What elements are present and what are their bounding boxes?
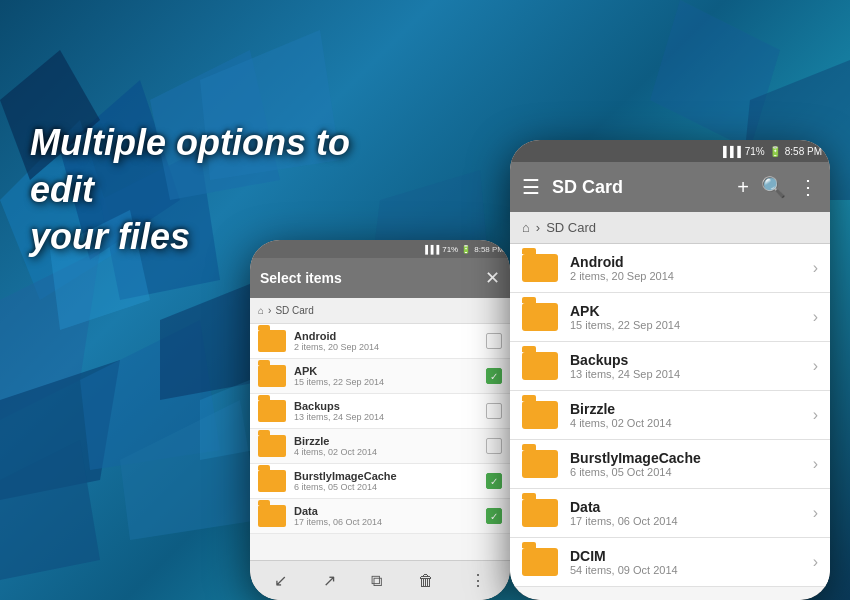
file-info-large: BurstlyImageCache 6 items, 05 Oct 2014 bbox=[570, 450, 801, 478]
delete-icon[interactable]: 🗑 bbox=[418, 572, 434, 590]
time-large: 8:58 PM bbox=[785, 146, 822, 157]
folder-icon-large bbox=[522, 548, 558, 576]
checkbox[interactable]: ✓ bbox=[486, 473, 502, 489]
list-item[interactable]: APK 15 items, 22 Sep 2014 › bbox=[510, 293, 830, 342]
file-info: Backups 13 items, 24 Sep 2014 bbox=[294, 400, 478, 422]
file-name-large: Android bbox=[570, 254, 801, 270]
phone-large-screen: ▐▐▐ 71% 🔋 8:58 PM ☰ SD Card + 🔍 ⋮ ⌂ › bbox=[510, 140, 830, 600]
phone-small: ▐▐▐ 71% 🔋 8:58 PM Select items ✕ ⌂ › SD … bbox=[250, 240, 510, 600]
more-icon[interactable]: ⋮ bbox=[798, 175, 818, 199]
list-item[interactable]: Birzzle 4 items, 02 Oct 2014 bbox=[250, 429, 510, 464]
add-icon[interactable]: + bbox=[737, 176, 749, 199]
file-info: APK 15 items, 22 Sep 2014 bbox=[294, 365, 478, 387]
phone-small-screen: ▐▐▐ 71% 🔋 8:58 PM Select items ✕ ⌂ › SD … bbox=[250, 240, 510, 600]
file-meta: 15 items, 22 Sep 2014 bbox=[294, 377, 478, 387]
list-item[interactable]: Birzzle 4 items, 02 Oct 2014 › bbox=[510, 391, 830, 440]
menu-icon[interactable]: ☰ bbox=[522, 175, 540, 199]
folder-icon bbox=[258, 365, 286, 387]
file-info-large: APK 15 items, 22 Sep 2014 bbox=[570, 303, 801, 331]
battery-percent-small: 71% bbox=[442, 245, 458, 254]
file-name: Android bbox=[294, 330, 478, 342]
file-name-large: Birzzle bbox=[570, 401, 801, 417]
file-info: Data 17 items, 06 Oct 2014 bbox=[294, 505, 478, 527]
more-icon[interactable]: ⋮ bbox=[470, 571, 486, 590]
file-meta-large: 17 items, 06 Oct 2014 bbox=[570, 515, 801, 527]
chevron-icon: › bbox=[813, 308, 818, 326]
breadcrumb-path-small[interactable]: SD Card bbox=[275, 305, 313, 316]
checkbox[interactable] bbox=[486, 403, 502, 419]
file-meta: 13 items, 24 Sep 2014 bbox=[294, 412, 478, 422]
folder-icon bbox=[258, 400, 286, 422]
folder-icon bbox=[258, 330, 286, 352]
home-icon-large[interactable]: ⌂ bbox=[522, 220, 530, 235]
close-button[interactable]: ✕ bbox=[485, 267, 500, 289]
file-name-large: Backups bbox=[570, 352, 801, 368]
status-bar-small: ▐▐▐ 71% 🔋 8:58 PM bbox=[250, 240, 510, 258]
breadcrumb-path-large[interactable]: SD Card bbox=[546, 220, 596, 235]
checkbox[interactable]: ✓ bbox=[486, 368, 502, 384]
chevron-icon: › bbox=[813, 455, 818, 473]
file-info: Birzzle 4 items, 02 Oct 2014 bbox=[294, 435, 478, 457]
list-item[interactable]: BurstlyImageCache 6 items, 05 Oct 2014 › bbox=[510, 440, 830, 489]
file-meta-large: 13 items, 24 Sep 2014 bbox=[570, 368, 801, 380]
file-name: BurstlyImageCache bbox=[294, 470, 478, 482]
list-item[interactable]: APK 15 items, 22 Sep 2014 ✓ bbox=[250, 359, 510, 394]
file-name-large: APK bbox=[570, 303, 801, 319]
headline-line1: Multiple options to edit bbox=[30, 120, 410, 214]
file-info-large: Birzzle 4 items, 02 Oct 2014 bbox=[570, 401, 801, 429]
home-icon-small[interactable]: ⌂ bbox=[258, 305, 264, 316]
list-item[interactable]: Backups 13 items, 24 Sep 2014 bbox=[250, 394, 510, 429]
chevron-icon: › bbox=[813, 259, 818, 277]
file-name-large: DCIM bbox=[570, 548, 801, 564]
file-name: Backups bbox=[294, 400, 478, 412]
file-name: Data bbox=[294, 505, 478, 517]
file-list-small: Android 2 items, 20 Sep 2014 APK 15 item… bbox=[250, 324, 510, 560]
file-name: APK bbox=[294, 365, 478, 377]
list-item[interactable]: Data 17 items, 06 Oct 2014 › bbox=[510, 489, 830, 538]
select-items-title: Select items bbox=[260, 270, 342, 286]
move-icon[interactable]: ↙ bbox=[274, 571, 287, 590]
breadcrumb-small: ⌂ › SD Card bbox=[250, 298, 510, 324]
chevron-large: › bbox=[536, 220, 540, 235]
folder-icon bbox=[258, 435, 286, 457]
phone-large: ▐▐▐ 71% 🔋 8:58 PM ☰ SD Card + 🔍 ⋮ ⌂ › bbox=[510, 140, 830, 600]
folder-icon-large bbox=[522, 352, 558, 380]
file-name-large: BurstlyImageCache bbox=[570, 450, 801, 466]
file-info-large: Android 2 items, 20 Sep 2014 bbox=[570, 254, 801, 282]
phone-large-body: ▐▐▐ 71% 🔋 8:58 PM ☰ SD Card + 🔍 ⋮ ⌂ › bbox=[510, 140, 830, 600]
list-item[interactable]: Backups 13 items, 24 Sep 2014 › bbox=[510, 342, 830, 391]
folder-icon-large bbox=[522, 401, 558, 429]
file-meta-large: 6 items, 05 Oct 2014 bbox=[570, 466, 801, 478]
checkbox[interactable] bbox=[486, 438, 502, 454]
file-meta: 6 items, 05 Oct 2014 bbox=[294, 482, 478, 492]
chevron-icon: › bbox=[813, 504, 818, 522]
search-icon[interactable]: 🔍 bbox=[761, 175, 786, 199]
battery-icon-small: 🔋 bbox=[461, 245, 471, 254]
list-item[interactable]: Android 2 items, 20 Sep 2014 bbox=[250, 324, 510, 359]
sd-card-title: SD Card bbox=[552, 177, 725, 198]
battery-icon-large: 🔋 bbox=[769, 146, 781, 157]
file-meta-large: 15 items, 22 Sep 2014 bbox=[570, 319, 801, 331]
file-info: Android 2 items, 20 Sep 2014 bbox=[294, 330, 478, 352]
file-list-large: Android 2 items, 20 Sep 2014 › APK 15 it… bbox=[510, 244, 830, 600]
file-info-large: DCIM 54 items, 09 Oct 2014 bbox=[570, 548, 801, 576]
signal-icon: ▐▐▐ bbox=[422, 245, 439, 254]
folder-icon bbox=[258, 505, 286, 527]
checkbox[interactable]: ✓ bbox=[486, 508, 502, 524]
checkbox[interactable] bbox=[486, 333, 502, 349]
list-item[interactable]: DCIM 54 items, 09 Oct 2014 › bbox=[510, 538, 830, 587]
copy-icon[interactable]: ↗ bbox=[323, 571, 336, 590]
folder-icon bbox=[258, 470, 286, 492]
duplicate-icon[interactable]: ⧉ bbox=[371, 572, 382, 590]
list-item[interactable]: BurstlyImageCache 6 items, 05 Oct 2014 ✓ bbox=[250, 464, 510, 499]
folder-icon-large bbox=[522, 450, 558, 478]
chevron-icon: › bbox=[813, 406, 818, 424]
file-name-large: Data bbox=[570, 499, 801, 515]
folder-icon-large bbox=[522, 303, 558, 331]
file-info: BurstlyImageCache 6 items, 05 Oct 2014 bbox=[294, 470, 478, 492]
folder-icon-large bbox=[522, 499, 558, 527]
signal-icon-large: ▐▐▐ bbox=[719, 146, 740, 157]
list-item[interactable]: Android 2 items, 20 Sep 2014 › bbox=[510, 244, 830, 293]
list-item[interactable]: Data 17 items, 06 Oct 2014 ✓ bbox=[250, 499, 510, 534]
time-small: 8:58 PM bbox=[474, 245, 504, 254]
